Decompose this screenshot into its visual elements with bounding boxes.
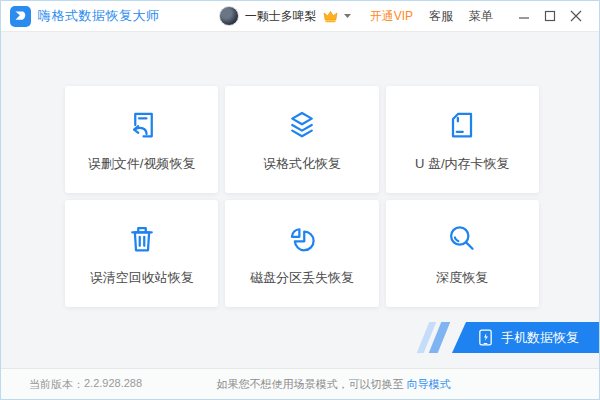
magnifier-icon (444, 220, 480, 258)
titlebar: 嗨格式数据恢复大师 一颗士多啤梨 开通VIP 客服 菜单 (1, 1, 599, 32)
recovery-mode-grid: 误删文件/视频恢复 误格式化恢复 U 盘/内存卡恢复 (65, 86, 539, 307)
chevron-down-icon[interactable] (343, 13, 352, 19)
user-block: 一颗士多啤梨 开通VIP 客服 菜单 (219, 5, 589, 27)
card-label: U 盘/内存卡恢复 (415, 155, 510, 173)
trash-icon (124, 220, 160, 258)
username[interactable]: 一颗士多啤梨 (245, 8, 317, 25)
card-partition-recovery[interactable]: 磁盘分区丢失恢复 (225, 200, 378, 307)
wizard-mode-link[interactable]: 向导模式 (407, 378, 451, 390)
app-logo-icon (10, 6, 31, 27)
file-restore-icon (124, 106, 160, 144)
card-recycle-bin-recovery[interactable]: 误清空回收站恢复 (65, 200, 218, 307)
phone-recovery-button[interactable]: 手机数据恢复 (452, 322, 599, 353)
window-controls (511, 5, 589, 27)
card-usb-sdcard-recovery[interactable]: U 盘/内存卡恢复 (386, 86, 539, 193)
app-title: 嗨格式数据恢复大师 (38, 7, 160, 25)
card-label: 误清空回收站恢复 (90, 269, 194, 287)
card-format-recovery[interactable]: 误格式化恢复 (225, 86, 378, 193)
card-deep-recovery[interactable]: 深度恢复 (386, 200, 539, 307)
layers-icon (284, 106, 320, 144)
avatar[interactable] (219, 6, 239, 26)
phone-recovery-zone: 手机数据恢复 (423, 322, 599, 353)
mode-hint-text: 如果您不想使用场景模式，可以切换至 (217, 378, 407, 390)
crown-icon (323, 10, 338, 23)
card-label: 误格式化恢复 (263, 155, 341, 173)
close-button[interactable] (563, 5, 589, 27)
sd-card-icon (444, 106, 480, 144)
version-label: 当前版本： (29, 377, 84, 392)
card-label: 深度恢复 (436, 269, 488, 287)
open-vip-link[interactable]: 开通VIP (370, 8, 413, 25)
mode-hint: 如果您不想使用场景模式，可以切换至 向导模式 (142, 377, 525, 392)
app-window: { "titlebar": { "app_title": "嗨格式数据恢复大师"… (0, 0, 600, 400)
phone-recovery-label: 手机数据恢复 (501, 329, 579, 347)
customer-service-link[interactable]: 客服 (429, 8, 453, 25)
minimize-button[interactable] (511, 5, 537, 27)
phone-icon (478, 329, 493, 346)
footer: 当前版本：2.2.928.288 如果您不想使用场景模式，可以切换至 向导模式 (1, 368, 599, 399)
menu-link[interactable]: 菜单 (469, 8, 493, 25)
card-label: 误删文件/视频恢复 (88, 155, 196, 173)
version-number: 2.2.928.288 (84, 377, 142, 392)
card-deleted-file-recovery[interactable]: 误删文件/视频恢复 (65, 86, 218, 193)
card-label: 磁盘分区丢失恢复 (250, 269, 354, 287)
pie-chart-icon (284, 220, 320, 258)
maximize-button[interactable] (537, 5, 563, 27)
version-info: 当前版本：2.2.928.288 (29, 377, 142, 392)
